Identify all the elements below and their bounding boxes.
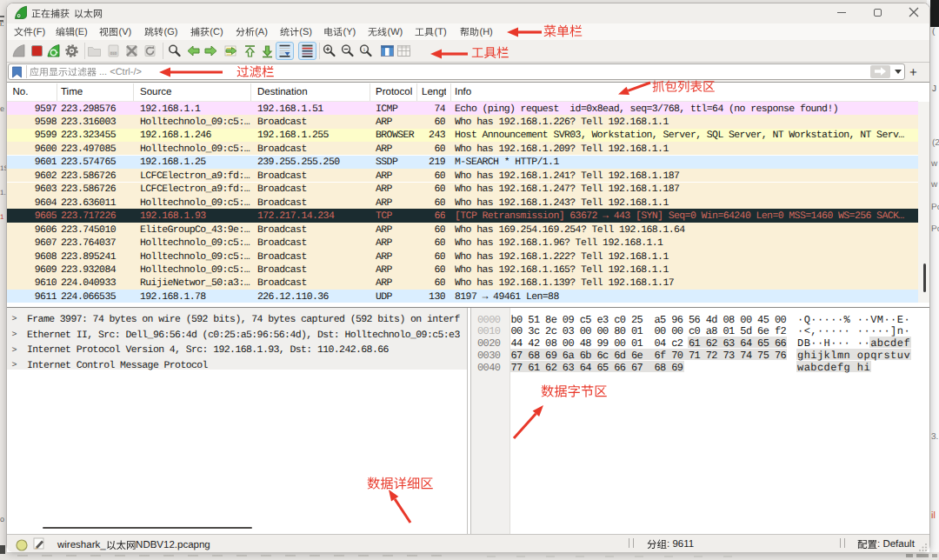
svg-text:010: 010 bbox=[110, 51, 117, 56]
svg-text:1: 1 bbox=[363, 48, 366, 53]
